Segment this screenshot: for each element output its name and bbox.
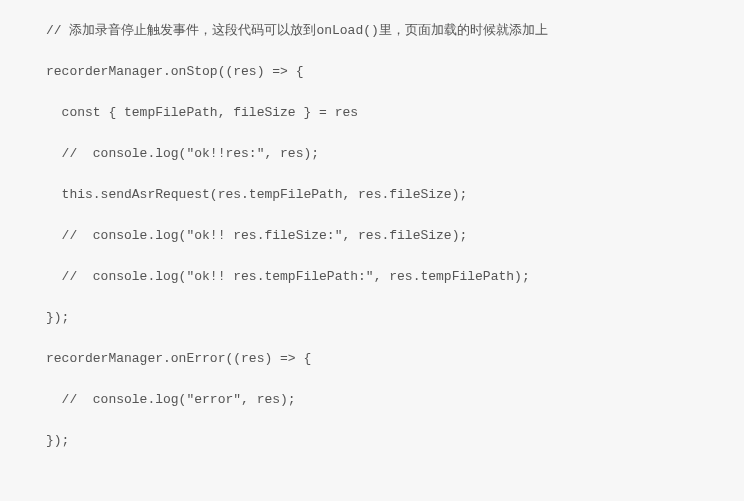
code-line: // console.log("error", res);: [46, 393, 744, 406]
code-line: // console.log("ok!!res:", res);: [46, 147, 744, 160]
code-block: // 添加录音停止触发事件，这段代码可以放到onLoad()里，页面加载的时候就…: [46, 24, 744, 447]
code-line: const { tempFilePath, fileSize } = res: [46, 106, 744, 119]
code-line: // 添加录音停止触发事件，这段代码可以放到onLoad()里，页面加载的时候就…: [46, 24, 744, 37]
code-line: this.sendAsrRequest(res.tempFilePath, re…: [46, 188, 744, 201]
code-line: recorderManager.onError((res) => {: [46, 352, 744, 365]
code-line: // console.log("ok!! res.fileSize:", res…: [46, 229, 744, 242]
code-line: recorderManager.onStop((res) => {: [46, 65, 744, 78]
code-line: // console.log("ok!! res.tempFilePath:",…: [46, 270, 744, 283]
code-line: });: [46, 434, 744, 447]
code-line: });: [46, 311, 744, 324]
